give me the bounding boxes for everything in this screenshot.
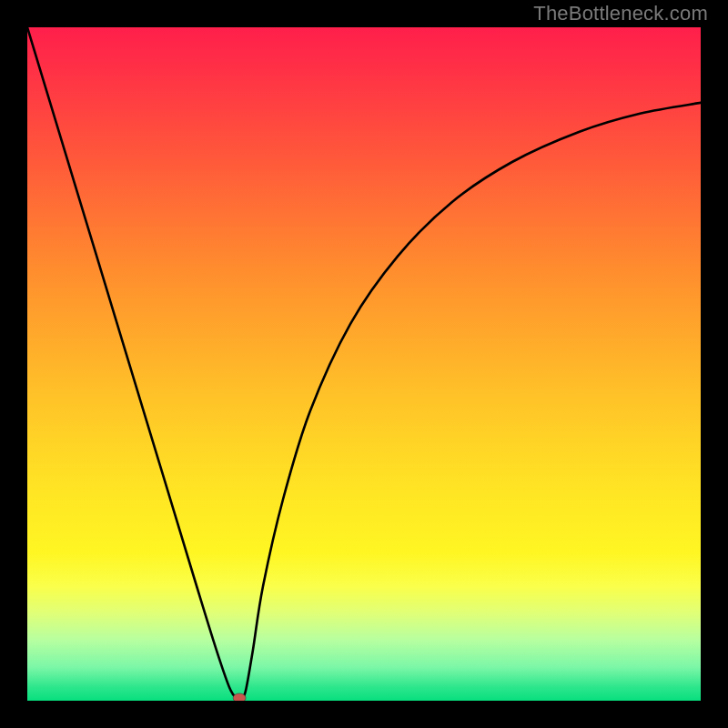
curve-layer (27, 27, 701, 701)
plot-area (27, 27, 701, 701)
watermark-text: TheBottleneck.com (533, 2, 708, 25)
chart-frame: TheBottleneck.com (0, 0, 728, 728)
bottleneck-curve (27, 27, 701, 701)
minimum-marker-icon (233, 693, 246, 701)
